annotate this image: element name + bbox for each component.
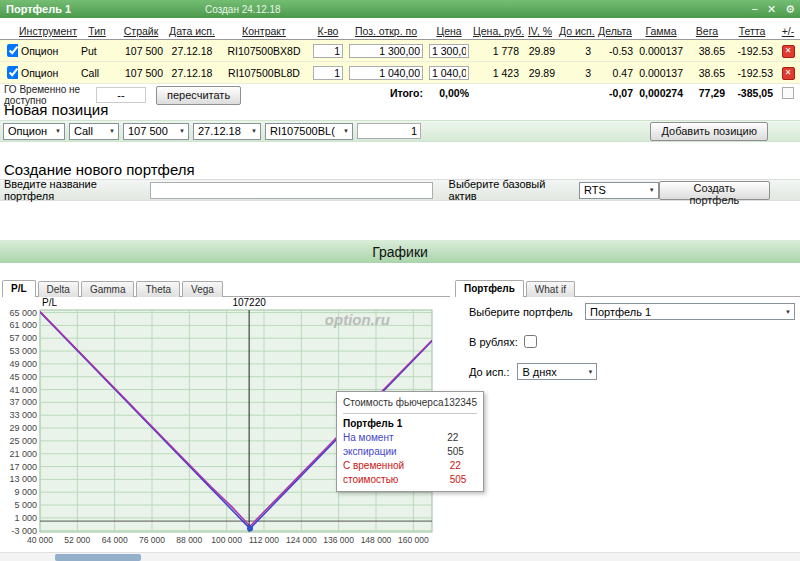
settings-gear-icon[interactable]: ⚙ bbox=[785, 0, 795, 18]
open-pos-input[interactable] bbox=[349, 44, 423, 58]
column-header-theta[interactable]: Тетта bbox=[739, 25, 766, 37]
column-header-expdate[interactable]: Дата исп. bbox=[169, 25, 215, 37]
totals-delta: -0,07 bbox=[594, 84, 636, 102]
cell-instrument: Опцион bbox=[18, 40, 78, 62]
tooltip-divider bbox=[343, 413, 477, 414]
column-header-gamma[interactable]: Гамма bbox=[645, 25, 676, 37]
column-header-price[interactable]: Цена bbox=[436, 25, 461, 37]
portfolio-name-input[interactable] bbox=[150, 182, 433, 199]
cell-vega: 38.65 bbox=[686, 62, 728, 84]
contract-select[interactable]: RI107500BL( ▼ bbox=[265, 123, 353, 140]
chevron-down-icon: ▼ bbox=[109, 128, 115, 134]
portfolio-app: Портфель 1 Создан 24.12.18 − ✕ ⚙ Инструм… bbox=[0, 0, 800, 561]
tab-portfolio[interactable]: Портфель bbox=[455, 280, 524, 297]
new-portfolio-heading: Создание нового портфеля bbox=[4, 161, 195, 178]
chevron-down-icon: ▼ bbox=[588, 369, 594, 375]
tab-what-if[interactable]: What if bbox=[526, 281, 575, 297]
svg-text:option.ru: option.ru bbox=[325, 311, 390, 328]
delete-row-button[interactable]: ✕ bbox=[782, 45, 795, 58]
cell-theta: -192.53 bbox=[728, 40, 776, 62]
rubles-checkbox[interactable] bbox=[524, 335, 537, 348]
open-pos-input[interactable] bbox=[349, 66, 423, 80]
price-input[interactable] bbox=[429, 66, 469, 80]
column-header-pricerub[interactable]: Цена, руб. bbox=[473, 25, 524, 37]
svg-text:21 000: 21 000 bbox=[9, 449, 37, 459]
price-input[interactable] bbox=[429, 44, 469, 58]
svg-text:49 000: 49 000 bbox=[9, 359, 37, 369]
tab-vega[interactable]: Vega bbox=[182, 281, 223, 297]
row-checkbox[interactable] bbox=[7, 44, 18, 57]
days-select[interactable]: В днях ▼ bbox=[517, 363, 597, 380]
tooltip-timevalue-label: С временной стоимостью bbox=[343, 459, 450, 487]
row-checkbox[interactable] bbox=[7, 66, 18, 79]
window-titlebar: Портфель 1 Создан 24.12.18 − ✕ ⚙ bbox=[0, 0, 800, 18]
minimize-icon[interactable]: − bbox=[751, 0, 757, 18]
instrument-type-select[interactable]: Опцион ▼ bbox=[3, 123, 65, 140]
qty-input[interactable] bbox=[313, 66, 343, 80]
recalculate-button[interactable]: пересчитать bbox=[156, 86, 241, 105]
titlebar-icons: − ✕ ⚙ bbox=[751, 0, 795, 18]
column-header-days[interactable]: До исп. bbox=[559, 25, 595, 37]
exp-date-value: 27.12.18 bbox=[198, 125, 241, 137]
svg-text:40 000: 40 000 bbox=[27, 535, 53, 545]
svg-text:9 000: 9 000 bbox=[14, 487, 37, 497]
column-header-delta[interactable]: Дельта bbox=[598, 25, 632, 37]
tooltip-expiration-label: На момент экспирации bbox=[343, 431, 447, 459]
svg-text:5 000: 5 000 bbox=[14, 500, 37, 510]
svg-text:112 000: 112 000 bbox=[249, 535, 279, 545]
right-panel-tabs: Портфель What if bbox=[455, 279, 800, 297]
base-asset-select[interactable]: RTS ▼ bbox=[579, 182, 659, 199]
svg-text:P/L: P/L bbox=[42, 297, 57, 308]
table-header-row: Инструмент Тип Страйк Дата исп. Контракт… bbox=[0, 23, 800, 40]
new-position-qty-input[interactable] bbox=[357, 123, 421, 139]
strike-value: 107 500 bbox=[128, 125, 168, 137]
svg-text:148 000: 148 000 bbox=[361, 535, 392, 545]
create-portfolio-button[interactable]: Создать портфель bbox=[659, 181, 770, 200]
cell-strike: 107 500 bbox=[116, 40, 166, 62]
table-row: Опцион Call 107 500 27.12.18 RI107500BL8… bbox=[0, 62, 800, 84]
svg-text:76 000: 76 000 bbox=[139, 535, 165, 545]
cell-delta: -0.53 bbox=[594, 40, 636, 62]
new-position-controls: Опцион ▼ Call ▼ 107 500 ▼ 27.12.18 ▼ RI1… bbox=[0, 120, 800, 142]
horizontal-scrollbar[interactable] bbox=[0, 552, 800, 561]
svg-text:107220: 107220 bbox=[232, 297, 266, 308]
svg-text:37 000: 37 000 bbox=[9, 397, 37, 407]
tab-theta[interactable]: Theta bbox=[136, 281, 180, 297]
days-label: До исп.: bbox=[469, 366, 509, 378]
column-header-strike[interactable]: Страйк bbox=[124, 25, 159, 37]
option-kind-select[interactable]: Call ▼ bbox=[69, 123, 119, 140]
qty-input[interactable] bbox=[313, 44, 343, 58]
strike-select[interactable]: 107 500 ▼ bbox=[123, 123, 189, 140]
cell-strike: 107 500 bbox=[116, 62, 166, 84]
tab-delta[interactable]: Delta bbox=[38, 281, 79, 297]
column-header-openpos[interactable]: Поз. откр. по bbox=[355, 25, 417, 37]
column-header-plusminus[interactable]: +/- bbox=[782, 25, 795, 37]
delete-row-button[interactable]: ✕ bbox=[782, 67, 795, 80]
tab-pl[interactable]: P/L bbox=[2, 280, 36, 297]
chart-tabs: P/L Delta Gamma Theta Vega bbox=[2, 279, 450, 297]
column-header-instrument[interactable]: Инструмент bbox=[19, 25, 77, 37]
scrollbar-thumb[interactable] bbox=[55, 554, 141, 561]
svg-text:88 000: 88 000 bbox=[176, 535, 202, 545]
chevron-down-icon: ▼ bbox=[55, 128, 61, 134]
cell-price-rub: 1 423 bbox=[472, 62, 522, 84]
portfolio-select[interactable]: Портфель 1 ▼ bbox=[585, 303, 795, 320]
cell-iv: 29.89 bbox=[522, 62, 558, 84]
chevron-down-icon: ▼ bbox=[785, 309, 791, 315]
column-header-type[interactable]: Тип bbox=[88, 25, 106, 37]
svg-text:17 000: 17 000 bbox=[9, 462, 37, 472]
column-header-contract[interactable]: Контракт bbox=[242, 25, 286, 37]
column-header-vega[interactable]: Вега bbox=[696, 25, 718, 37]
column-header-iv[interactable]: IV, % bbox=[528, 25, 552, 37]
add-position-button[interactable]: Добавить позицию bbox=[650, 122, 768, 141]
tab-gamma[interactable]: Gamma bbox=[81, 281, 135, 297]
column-header-qty[interactable]: К-во bbox=[318, 25, 339, 37]
base-asset-label: Выберите базовый актив bbox=[449, 178, 570, 202]
table-row: Опцион Put 107 500 27.12.18 RI107500BX8D… bbox=[0, 40, 800, 62]
cell-days: 3 bbox=[558, 40, 594, 62]
totals-vega: 77,29 bbox=[686, 84, 728, 102]
exp-date-select[interactable]: 27.12.18 ▼ bbox=[193, 123, 261, 140]
close-icon[interactable]: ✕ bbox=[767, 0, 776, 18]
svg-text:124 000: 124 000 bbox=[286, 535, 317, 545]
cell-contract: RI107500BL8D bbox=[218, 62, 310, 84]
